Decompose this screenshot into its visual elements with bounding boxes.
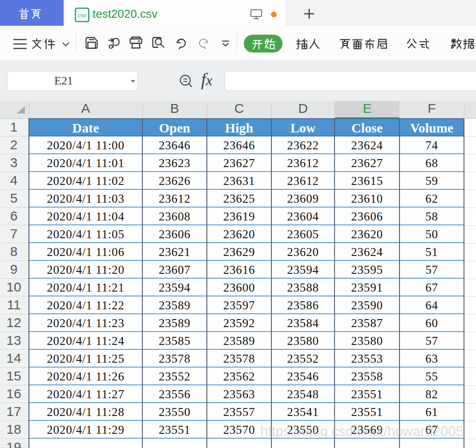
svg-text:csv: csv xyxy=(77,12,86,19)
